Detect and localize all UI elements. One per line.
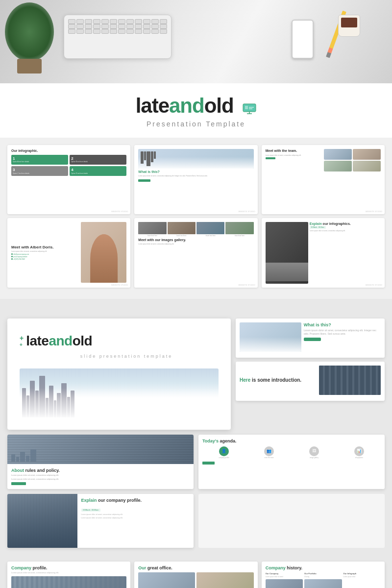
showcase-section: + + lateandold slide presentation templa… bbox=[0, 309, 392, 558]
office-img-1 bbox=[138, 572, 195, 588]
slide-todays-agenda[interactable]: Today's agenda. 👤 company profile 👥 meet… bbox=[198, 435, 385, 489]
office-img-2 bbox=[196, 572, 253, 588]
slide-infographic[interactable]: Our infographic. 1 Option A text here de… bbox=[7, 145, 130, 214]
team-photo-1 bbox=[324, 149, 352, 160]
about-body: Lorem ipsum dolor sit amet, consectetur … bbox=[11, 474, 190, 477]
gallery-img-1 bbox=[138, 222, 166, 234]
what-title: What is this? bbox=[138, 170, 253, 173]
gallery-img-2 bbox=[168, 222, 196, 234]
small-what-title: What is this? bbox=[304, 322, 381, 327]
coffee-decoration bbox=[338, 15, 363, 42]
slide-explain-infographics[interactable]: Explain our infographics. 00 March - 00:… bbox=[262, 218, 385, 287]
company-profile-body: Lorem ipsum dolor sit amet, consectetur … bbox=[11, 571, 126, 574]
albert-content: Meet with Albert Doris. Lorem ipsum dolo… bbox=[11, 222, 126, 283]
agenda-title-todays: Today's bbox=[202, 439, 219, 443]
explain-company-row: Explain our company profile. 00 March - … bbox=[7, 494, 385, 548]
slide-meet-team[interactable]: Meet with the team. Lorem ipsum dolor si… bbox=[262, 145, 385, 214]
agenda-icon-3: 🖼 image gallery bbox=[293, 446, 336, 459]
gallery-label-4: Insert text here bbox=[225, 235, 253, 237]
agenda-btn[interactable] bbox=[202, 462, 215, 465]
small-what-content: What is this? Lorem ipsum dolor sit amet… bbox=[240, 322, 381, 352]
gallery-img-4 bbox=[225, 222, 253, 234]
small-intro-img bbox=[319, 366, 381, 395]
main-brand-late: late bbox=[26, 333, 49, 348]
history-col2-title: Our Portfolio bbox=[304, 572, 342, 575]
plus-sign-1: + bbox=[20, 335, 24, 342]
agenda-icons: 👤 company profile 👥 meet the team 🖼 imag… bbox=[202, 446, 381, 459]
slide-meet-albert[interactable]: Meet with Albert Doris. Lorem ipsum dolo… bbox=[7, 218, 130, 287]
explain-body: Lorem ipsum dolor sit amet, consectetur … bbox=[310, 230, 381, 232]
info-box-1: 1 Option A text here details bbox=[11, 155, 68, 165]
showcase-grid: + + lateandold slide presentation templa… bbox=[7, 318, 385, 430]
history-img-1 bbox=[266, 579, 303, 588]
slide-what-is-this[interactable]: What is this? Lorem ipsum dolor sit amet… bbox=[134, 145, 257, 214]
explain-text: Explain our infographics. 00 March - 00:… bbox=[310, 222, 381, 283]
main-slide-subtitle: slide presentation template bbox=[34, 354, 219, 359]
history-col-3: Our Infograph Lorem ipsum dolor bbox=[343, 572, 381, 588]
slide-great-office[interactable]: Our great office. Insert little here Ins… bbox=[134, 562, 257, 588]
small-slide-intro[interactable]: Here is some introduction. bbox=[236, 362, 385, 401]
slides-row-2: Meet with Albert Doris. Lorem ipsum dolo… bbox=[7, 218, 385, 287]
explain-title: Explain our infographics. bbox=[310, 222, 381, 225]
title-section: lateandold Presentation Template bbox=[0, 83, 392, 138]
gallery-content: Insert text here Insert text here Insert… bbox=[138, 222, 253, 245]
small-city-img bbox=[240, 322, 301, 352]
main-slide-large[interactable]: + + lateandold slide presentation templa… bbox=[7, 318, 231, 430]
agenda-label-1: company profile bbox=[219, 457, 229, 459]
history-col3-body: Lorem ipsum dolor bbox=[343, 576, 381, 578]
team-photo-2 bbox=[353, 149, 381, 160]
brand-and: and bbox=[169, 94, 204, 117]
svg-rect-4 bbox=[249, 107, 254, 108]
company-profile-img bbox=[11, 576, 126, 588]
gallery-images: Insert text here Insert text here Insert… bbox=[138, 222, 253, 237]
small-what-text: What is this? Lorem ipsum dolor sit amet… bbox=[304, 322, 381, 341]
slides-section-1: Our infographic. 1 Option A text here de… bbox=[0, 138, 392, 299]
albert-body: Lorem ipsum dolor sit amet, consectetur … bbox=[11, 250, 79, 252]
explain-tag: 00 March - 00:00am bbox=[310, 226, 326, 229]
history-columns: Our Company Lorem ipsum dolor sit amet O… bbox=[266, 572, 381, 588]
slides-row-1: Our infographic. 1 Option A text here de… bbox=[7, 145, 385, 214]
agenda-icon-circle-2: 👥 bbox=[264, 446, 274, 456]
three-slide-grid: Company profile. Lorem ipsum dolor sit a… bbox=[7, 562, 385, 588]
small-slide-what[interactable]: What is this? Lorem ipsum dolor sit amet… bbox=[236, 318, 385, 358]
company-history-title: Company history. bbox=[266, 565, 381, 570]
team-title: Meet with the team. bbox=[266, 149, 322, 153]
plus-sign-2: + bbox=[20, 343, 24, 347]
slide-explain-company[interactable]: Explain our company profile. 00 March - … bbox=[7, 494, 194, 548]
agenda-icon-2: 👥 meet the team bbox=[247, 446, 291, 459]
gallery-label-1: Insert text here bbox=[138, 235, 166, 237]
albert-title: Meet with Albert Doris. bbox=[11, 245, 79, 250]
slide-company-history[interactable]: Company history. Our Company Lorem ipsum… bbox=[262, 562, 385, 588]
slide-about-rules[interactable]: About rules and policy. Lorem ipsum dolo… bbox=[7, 435, 194, 489]
team-btn[interactable] bbox=[266, 157, 275, 159]
desk-background bbox=[0, 0, 392, 83]
slide-gallery[interactable]: Insert text here Insert text here Insert… bbox=[134, 218, 257, 287]
history-col2-body: Closing bbox=[304, 576, 342, 578]
main-brand-text: lateandold bbox=[26, 333, 92, 349]
slide-company-profile[interactable]: Company profile. Lorem ipsum dolor sit a… bbox=[7, 562, 130, 588]
small-slides-column: What is this? Lorem ipsum dolor sit amet… bbox=[236, 318, 385, 401]
explain-img bbox=[266, 222, 308, 283]
team-photo-4 bbox=[353, 161, 381, 172]
agenda-label-2: meet the team bbox=[264, 457, 273, 459]
company-explain-body2: Lorem ipsum dolor sit amet, consectetur … bbox=[81, 517, 190, 519]
watermark-2: WEBSITE STUDIO bbox=[238, 210, 255, 213]
fog-overlay bbox=[20, 388, 219, 417]
about-btn[interactable] bbox=[11, 482, 26, 485]
infographic-grid: 1 Option A text here details 2 Option B … bbox=[11, 155, 126, 176]
gallery-label-3: Insert text here bbox=[196, 235, 224, 237]
history-col3-title: Our Infograph bbox=[343, 572, 381, 575]
small-what-btn[interactable] bbox=[304, 338, 321, 341]
info-box-4: 4 Option D text here details bbox=[70, 166, 126, 176]
team-photos bbox=[324, 149, 381, 172]
company-explain-text: Explain our company profile. 00 March - … bbox=[77, 494, 194, 548]
albert-email: info@yourcompany.com bbox=[11, 253, 79, 255]
gallery-body: Lorem ipsum dolor sit amet, consectetur … bbox=[138, 243, 253, 245]
presentation-icon bbox=[243, 97, 256, 118]
what-read-more-btn[interactable] bbox=[138, 179, 150, 182]
gallery-title: Meet with our images gallery. bbox=[138, 238, 253, 242]
team-content: Meet with the team. Lorem ipsum dolor si… bbox=[266, 149, 381, 172]
keyboard-decoration bbox=[64, 15, 172, 59]
plus-signs: + + bbox=[20, 335, 24, 347]
gallery-label-2: Insert text here bbox=[168, 235, 196, 237]
